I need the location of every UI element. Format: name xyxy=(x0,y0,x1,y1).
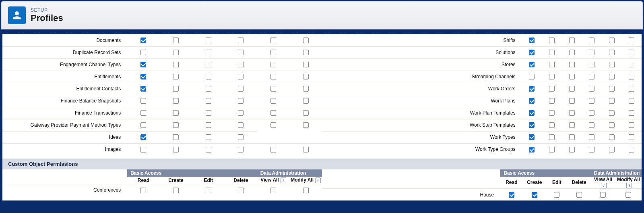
perm-checkbox[interactable] xyxy=(589,110,594,116)
perm-checkbox[interactable] xyxy=(529,147,535,152)
perm-checkbox[interactable] xyxy=(529,122,535,128)
perm-checkbox[interactable] xyxy=(629,74,634,79)
perm-checkbox[interactable] xyxy=(140,188,146,193)
perm-checkbox[interactable] xyxy=(569,86,575,92)
perm-checkbox[interactable] xyxy=(549,38,555,43)
perm-checkbox[interactable] xyxy=(629,147,634,152)
perm-checkbox[interactable] xyxy=(609,122,615,128)
perm-checkbox[interactable] xyxy=(206,50,211,55)
perm-checkbox[interactable] xyxy=(589,122,594,128)
perm-checkbox[interactable] xyxy=(206,188,211,193)
perm-checkbox[interactable] xyxy=(589,147,594,152)
perm-checkbox[interactable] xyxy=(238,86,244,92)
perm-checkbox[interactable] xyxy=(270,110,276,116)
info-icon[interactable]: i xyxy=(315,178,321,183)
perm-checkbox[interactable] xyxy=(140,50,146,55)
perm-checkbox[interactable] xyxy=(629,38,634,43)
perm-checkbox[interactable] xyxy=(238,147,244,152)
perm-checkbox[interactable] xyxy=(303,110,309,116)
perm-checkbox[interactable] xyxy=(303,38,309,43)
perm-checkbox[interactable] xyxy=(569,134,575,140)
perm-checkbox[interactable] xyxy=(206,122,211,128)
perm-checkbox[interactable] xyxy=(625,192,631,198)
perm-checkbox[interactable] xyxy=(303,122,309,128)
perm-checkbox[interactable] xyxy=(609,110,615,116)
perm-checkbox[interactable] xyxy=(609,38,615,43)
perm-checkbox[interactable] xyxy=(549,110,555,116)
perm-checkbox[interactable] xyxy=(140,110,146,116)
perm-checkbox[interactable] xyxy=(173,74,179,79)
perm-checkbox[interactable] xyxy=(173,50,179,55)
perm-checkbox[interactable] xyxy=(270,98,276,104)
perm-checkbox[interactable] xyxy=(549,147,555,152)
perm-checkbox[interactable] xyxy=(238,74,244,79)
perm-checkbox[interactable] xyxy=(206,74,211,79)
perm-checkbox[interactable] xyxy=(140,74,146,79)
perm-checkbox[interactable] xyxy=(569,38,575,43)
perm-checkbox[interactable] xyxy=(206,147,211,152)
perm-checkbox[interactable] xyxy=(303,147,309,152)
perm-checkbox[interactable] xyxy=(238,62,244,67)
perm-checkbox[interactable] xyxy=(569,50,575,55)
perm-checkbox[interactable] xyxy=(629,98,634,104)
perm-checkbox[interactable] xyxy=(629,134,634,140)
perm-checkbox[interactable] xyxy=(569,62,575,67)
info-icon[interactable]: i xyxy=(626,183,632,188)
perm-checkbox[interactable] xyxy=(173,98,179,104)
perm-checkbox[interactable] xyxy=(589,74,594,79)
perm-checkbox[interactable] xyxy=(173,86,179,92)
perm-checkbox[interactable] xyxy=(206,98,211,104)
perm-checkbox[interactable] xyxy=(589,50,594,55)
perm-checkbox[interactable] xyxy=(549,74,555,79)
perm-checkbox[interactable] xyxy=(629,122,634,128)
perm-checkbox[interactable] xyxy=(173,147,179,152)
perm-checkbox[interactable] xyxy=(270,74,276,79)
perm-checkbox[interactable] xyxy=(173,188,179,193)
perm-checkbox[interactable] xyxy=(609,98,615,104)
perm-checkbox[interactable] xyxy=(629,110,634,116)
perm-checkbox[interactable] xyxy=(206,86,211,92)
perm-checkbox[interactable] xyxy=(206,110,211,116)
perm-checkbox[interactable] xyxy=(270,188,276,193)
perm-checkbox[interactable] xyxy=(529,38,535,43)
perm-checkbox[interactable] xyxy=(303,62,309,67)
perm-checkbox[interactable] xyxy=(140,122,146,128)
perm-checkbox[interactable] xyxy=(609,147,615,152)
perm-checkbox[interactable] xyxy=(238,38,244,43)
perm-checkbox[interactable] xyxy=(270,147,276,152)
perm-checkbox[interactable] xyxy=(609,86,615,92)
perm-checkbox[interactable] xyxy=(569,98,575,104)
perm-checkbox[interactable] xyxy=(238,134,244,140)
perm-checkbox[interactable] xyxy=(569,147,575,152)
perm-checkbox[interactable] xyxy=(549,122,555,128)
perm-checkbox[interactable] xyxy=(529,62,535,67)
perm-checkbox[interactable] xyxy=(270,86,276,92)
perm-checkbox[interactable] xyxy=(140,98,146,104)
info-icon[interactable]: i xyxy=(601,183,607,188)
perm-checkbox[interactable] xyxy=(532,192,537,198)
perm-checkbox[interactable] xyxy=(173,122,179,128)
perm-checkbox[interactable] xyxy=(238,110,244,116)
perm-checkbox[interactable] xyxy=(609,50,615,55)
perm-checkbox[interactable] xyxy=(303,188,309,193)
perm-checkbox[interactable] xyxy=(140,134,146,140)
perm-checkbox[interactable] xyxy=(549,62,555,67)
perm-checkbox[interactable] xyxy=(238,50,244,55)
perm-checkbox[interactable] xyxy=(569,74,575,79)
perm-checkbox[interactable] xyxy=(270,122,276,128)
perm-checkbox[interactable] xyxy=(629,62,634,67)
perm-checkbox[interactable] xyxy=(206,134,211,140)
perm-checkbox[interactable] xyxy=(609,134,615,140)
perm-checkbox[interactable] xyxy=(576,192,582,198)
perm-checkbox[interactable] xyxy=(569,110,575,116)
perm-checkbox[interactable] xyxy=(529,98,535,104)
perm-checkbox[interactable] xyxy=(238,98,244,104)
perm-checkbox[interactable] xyxy=(549,86,555,92)
perm-checkbox[interactable] xyxy=(206,62,211,67)
perm-checkbox[interactable] xyxy=(303,98,309,104)
perm-checkbox[interactable] xyxy=(206,38,211,43)
perm-checkbox[interactable] xyxy=(609,62,615,67)
perm-checkbox[interactable] xyxy=(303,86,309,92)
perm-checkbox[interactable] xyxy=(529,86,535,92)
perm-checkbox[interactable] xyxy=(609,74,615,79)
